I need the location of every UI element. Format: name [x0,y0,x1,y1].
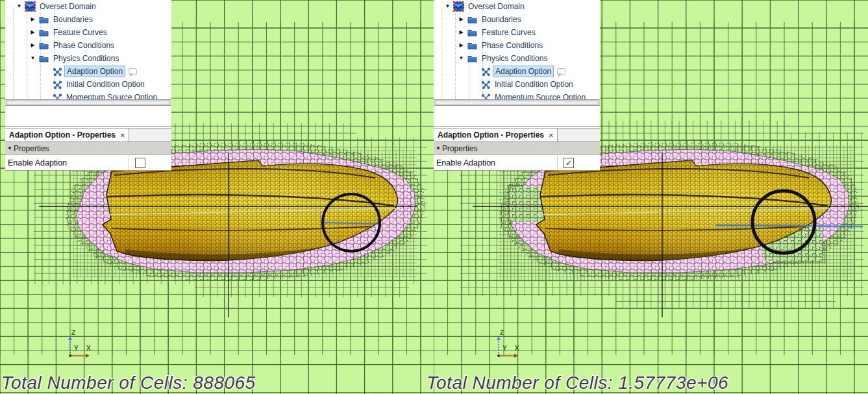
enable-adaption-row: Enable Adaption [5,155,171,171]
tree-item-label: Feature Curves [53,28,107,37]
checkmark-icon: ✓ [565,159,572,167]
left-pane-panels: ▼ Overset Domain ▶ Boundaries ▶ Feature … [5,0,171,171]
axis-x-label: X [86,345,91,352]
expand-arrow-icon[interactable]: ▼ [458,56,465,61]
overset-domain-icon [454,2,464,11]
properties-section-header[interactable]: ▼ Properties [5,142,171,155]
collapse-section-icon: ▼ [7,145,12,151]
axis-z-label: Z [71,329,75,336]
tree-item-label: Boundaries [482,15,521,24]
overset-domain-icon [25,2,35,11]
expand-arrow-icon[interactable]: ▼ [444,4,451,9]
tab-title: Adaption Option - Properties [9,130,116,140]
tree-item-phase-conditions[interactable]: ▶ Phase Conditions [5,39,171,52]
tree-item-boundaries[interactable]: ▶ Boundaries [434,13,600,26]
expand-arrow-icon[interactable]: ▼ [29,56,36,61]
enable-adaption-checkbox-unchecked[interactable] [135,158,145,168]
folder-icon [467,16,477,23]
tree-item-label: Overset Domain [40,2,96,11]
tree-item-label: Physics Conditions [482,54,547,63]
app-window: ZYX ZYX ▼ Overset Domain ▶ Boundaries [0,0,868,394]
axis-y-label: Y [502,345,507,352]
tree-item-initial-condition-option[interactable]: Initial Condition Option [434,78,600,91]
collapse-section-icon: ▼ [436,145,441,151]
physics-option-icon [482,93,490,100]
expand-arrow-icon[interactable]: ▼ [16,4,23,9]
tree-item-label: Physics Conditions [53,54,119,63]
panel-gap [434,106,600,126]
scrollbar-thumb [6,101,170,105]
tree-item-adaption-option[interactable]: Adaption Option [434,65,600,78]
close-tab-icon[interactable]: × [120,130,125,140]
folder-icon [39,42,49,49]
tree-item-overset-domain[interactable]: ▼ Overset Domain [434,0,600,13]
tree-item-label: Momentum Source Option [66,93,157,99]
properties-tab-bar: Adaption Option - Properties × [434,129,600,142]
simulation-tree: ▼ Overset Domain ▶ Boundaries ▶ Feature … [5,0,171,99]
collapsed-scrollbar[interactable] [434,99,600,106]
enable-adaption-label: Enable Adaption [434,158,495,167]
scrollbar-thumb [435,101,599,105]
tree-item-physics-conditions[interactable]: ▼ Physics Conditions [5,52,171,65]
simulation-tree: ▼ Overset Domain ▶ Boundaries ▶ Feature … [434,0,600,99]
folder-icon [467,29,477,36]
comment-icon[interactable] [557,68,565,75]
tree-item-phase-conditions[interactable]: ▶ Phase Conditions [434,39,600,52]
tree-item-adaption-option[interactable]: Adaption Option [5,65,171,78]
tree-item-feature-curves[interactable]: ▶ Feature Curves [5,26,171,39]
physics-option-icon [53,93,62,100]
tree-item-physics-conditions[interactable]: ▼ Physics Conditions [434,52,600,65]
folder-icon [39,55,49,62]
axis-y-label: Y [74,345,79,352]
enable-adaption-checkbox-checked[interactable]: ✓ [564,158,574,168]
tab-adaption-option-properties[interactable]: Adaption Option - Properties × [5,129,129,142]
expand-arrow-icon[interactable]: ▶ [458,17,465,22]
tab-title: Adaption Option - Properties [438,130,544,140]
axis-x-label: X [515,345,519,352]
tree-item-label: Boundaries [53,15,93,24]
folder-icon [39,29,49,36]
total-cells-label-left: Total Number of Cells: 888065 [1,373,256,393]
tree-item-label: Initial Condition Option [495,80,573,89]
tree-item-overset-domain[interactable]: ▼ Overset Domain [5,0,171,13]
tree-item-initial-condition-option[interactable]: Initial Condition Option [5,78,171,91]
expand-arrow-icon[interactable]: ▶ [29,30,36,35]
folder-icon [467,55,477,62]
tree-item-label: Overset Domain [468,2,525,11]
panel-gap [5,106,171,126]
tree-item-label: Phase Conditions [53,41,114,50]
physics-option-icon [53,68,62,76]
enable-adaption-value-cell [129,155,171,170]
tree-item-label: Phase Conditions [482,41,543,50]
enable-adaption-label: Enable Adaption [5,158,67,167]
expand-arrow-icon[interactable]: ▶ [458,30,465,35]
tree-item-feature-curves[interactable]: ▶ Feature Curves [434,26,600,39]
tree-item-label: Initial Condition Option [66,80,145,89]
physics-option-icon [482,80,490,89]
collapsed-scrollbar[interactable] [5,99,171,106]
comment-icon[interactable] [129,68,137,75]
folder-icon [467,42,477,49]
expand-arrow-icon[interactable]: ▶ [29,17,36,22]
total-cells-label-right: Total Number of Cells: 1.57773e+06 [427,373,728,393]
tab-adaption-option-properties[interactable]: Adaption Option - Properties × [434,129,558,142]
close-tab-icon[interactable]: × [549,130,554,140]
section-label: Properties [442,144,478,153]
tree-item-momentum-source-option[interactable]: Momentum Source Option [5,91,171,99]
physics-option-icon [53,80,62,89]
tree-item-label: Momentum Source Option [495,93,586,99]
tree-item-label-selected: Adaption Option [493,66,554,77]
tree-item-label: Feature Curves [482,28,536,37]
enable-adaption-row: Enable Adaption ✓ [434,155,600,171]
expand-arrow-icon[interactable]: ▶ [29,43,36,48]
tree-item-label-selected: Adaption Option [64,66,125,77]
tree-item-boundaries[interactable]: ▶ Boundaries [5,13,171,26]
physics-option-icon [482,68,490,76]
expand-arrow-icon[interactable]: ▶ [458,43,465,48]
tree-item-momentum-source-option[interactable]: Momentum Source Option [434,91,600,99]
folder-icon [39,16,49,23]
section-label: Properties [14,144,49,153]
properties-section-header[interactable]: ▼ Properties [434,142,600,155]
axis-z-label: Z [500,329,504,336]
properties-tab-bar: Adaption Option - Properties × [5,129,171,142]
